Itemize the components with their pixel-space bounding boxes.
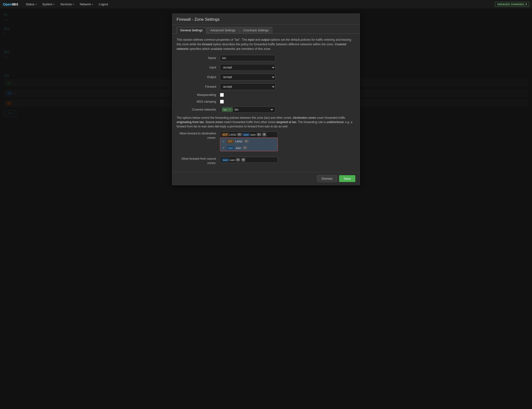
forward-label: Forward [177,85,220,88]
tab-content-general: This section defines common properties o… [172,34,360,172]
dest-zones-label: Allow forward to destination zones: [177,131,220,140]
dest-zone-wan: wan wan: 🏳 [243,133,261,136]
modal-tabs: General Settings Advanced Settings Connt… [172,25,360,34]
forward-select[interactable]: accept drop reject [220,83,275,90]
covered-label: Covered networks [177,108,220,111]
tab-general-settings[interactable]: General Settings [177,27,206,34]
navbar-right: UNSAVED CHANGES: 9 [495,2,529,6]
src-zones-label: Allow forward from source zones: [177,157,220,165]
tab-conntrack-settings[interactable]: Conntrack Settings [240,27,272,34]
brand-wrt: Wrt [12,2,18,6]
mss-row: MSS clamping [177,100,355,103]
output-row: Output accept drop reject [177,74,355,80]
brand-logo[interactable]: OpenWrt [3,2,18,6]
save-button[interactable]: Save [339,175,355,182]
modal-overlay: Firewall - Zone Settings General Setting… [0,9,532,409]
src-zones-dropdown-arrow[interactable]: ▾ [242,158,245,162]
wan-flag-icon: 🏳 [257,133,261,136]
mss-label: MSS clamping [177,100,220,103]
modal-header: Firewall - Zone Settings [172,14,360,25]
dismiss-button[interactable]: Dismiss [317,175,337,182]
brand-open: Open [3,2,12,6]
system-arrow-icon: ▾ [53,3,55,6]
lan-network-tag: lan: 🏳 [222,107,233,112]
nav-system[interactable]: System ▾ [39,0,58,9]
dropdown-item-iot[interactable]: ✓ IOT LAN2: 🏳 [220,138,278,145]
modal-footer: Dismiss Save [172,172,360,185]
output-label: Output [177,75,220,79]
unsaved-changes-badge: UNSAVED CHANGES: 9 [495,2,529,7]
name-row: Name [177,55,355,61]
covered-networks-row: Covered networks lan: 🏳 lan [177,106,355,113]
network-arrow-icon: ▾ [92,3,93,6]
dest-zones-dropdown: ✓ IOT LAN2: 🏳 ✓ wan wan: 🏳 [220,138,278,151]
status-arrow-icon: ▾ [35,3,37,6]
name-input[interactable] [220,55,275,61]
nav-logout[interactable]: Logout [96,0,111,9]
src-wan-flag-icon: 🏳 [236,158,240,161]
modal-title: Firewall - Zone Settings [177,17,355,22]
forward-description: The options below control the forwarding… [177,116,355,129]
forward-row: Forward accept drop reject [177,83,355,90]
wan-check-icon: ✓ [222,146,225,149]
dropdown-wan-flag-icon: 🏳 [243,146,247,149]
covered-networks-select[interactable]: lan [234,108,274,112]
src-zone-wan: wan wan: 🏳 [222,158,240,162]
src-zones-row: Allow forward from source zones: wan wan… [177,157,355,165]
dropdown-item-wan[interactable]: ✓ wan wan: 🏳 [220,145,278,151]
iot-check-icon: ✓ [222,139,225,143]
input-label: Input [177,66,220,69]
iot-flag-icon: 🏳 [237,133,242,136]
dropdown-iot-flag-icon: 🏳 [244,140,249,143]
dest-zones-dropdown-arrow[interactable]: ▾ [262,133,266,136]
output-select[interactable]: accept drop reject [220,74,275,80]
masq-label: Masquerading [177,93,220,97]
input-row: Input accept drop reject [177,64,355,71]
lan-network-icon: 🏳 [229,108,231,111]
masq-checkbox[interactable] [220,93,224,97]
dest-zones-row: Allow forward to destination zones: IOT … [177,131,355,140]
navbar: OpenWrt Status ▾ System ▾ Services ▾ Net… [0,0,532,9]
name-label: Name [177,56,220,60]
dest-zone-iot: IOT LAN2: 🏳 [222,133,242,136]
nav-services[interactable]: Services ▾ [57,0,77,9]
src-zones-container: wan wan: 🏳 ▾ [220,157,278,163]
dest-zones-tags: IOT LAN2: 🏳 wan wan: 🏳 ▾ [220,131,278,138]
general-description: This section defines common properties o… [177,37,355,51]
masq-row: Masquerading [177,93,355,97]
firewall-zone-settings-modal: Firewall - Zone Settings General Setting… [172,13,360,185]
src-zones-tags: wan wan: 🏳 ▾ [220,157,278,163]
tab-advanced-settings[interactable]: Advanced Settings [207,27,239,34]
services-arrow-icon: ▾ [73,3,74,6]
nav-network[interactable]: Network ▾ [77,0,96,9]
dest-zones-container: IOT LAN2: 🏳 wan wan: 🏳 ▾ [220,131,278,138]
nav-items: Status ▾ System ▾ Services ▾ Network ▾ L… [23,0,495,9]
input-select[interactable]: accept drop reject [220,64,275,71]
mss-checkbox[interactable] [220,100,224,103]
nav-status[interactable]: Status ▾ [23,0,39,9]
covered-networks-wrapper: lan: 🏳 lan [220,106,275,113]
